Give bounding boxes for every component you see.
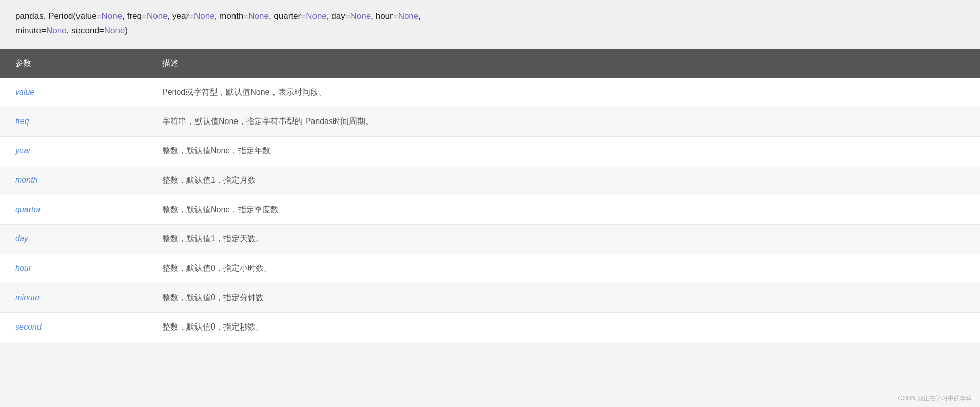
table-row: second整数，默认值0，指定秒数。 — [0, 312, 980, 342]
table-row: month整数，默认值1，指定月数 — [0, 166, 980, 195]
kw-none-month: None — [248, 11, 269, 21]
desc-cell: Period或字符型，默认值None，表示时间段。 — [147, 78, 980, 107]
kw-none-hour: None — [398, 11, 419, 21]
table-row: hour整数，默认值0，指定小时数。 — [0, 254, 980, 283]
param-cell: year — [0, 136, 147, 166]
desc-cell: 整数，默认值0，指定分钟数 — [147, 283, 980, 312]
kw-none-second: None — [104, 26, 125, 35]
table-row: valuePeriod或字符型，默认值None，表示时间段。 — [0, 78, 980, 107]
desc-cell: 整数，默认值0，指定秒数。 — [147, 312, 980, 342]
table-row: year整数，默认值None，指定年数 — [0, 136, 980, 166]
desc-cell: 整数，默认值None，指定年数 — [147, 136, 980, 166]
table-row: day整数，默认值1，指定天数。 — [0, 224, 980, 254]
desc-cell: 字符串，默认值None，指定字符串型的 Pandas时间周期。 — [147, 107, 980, 136]
footer-credit: CSDN @正在学习中的李斌 — [898, 394, 972, 403]
header-section: pandas. Period(value=None, freq=None, ye… — [0, 0, 980, 49]
col-header-param: 参数 — [0, 49, 147, 78]
header-line1: pandas. Period(value=None, freq=None, ye… — [15, 11, 421, 21]
param-cell: day — [0, 224, 147, 254]
kw-none-freq: None — [147, 11, 168, 21]
desc-cell: 整数，默认值1，指定天数。 — [147, 224, 980, 254]
kw-none-year: None — [194, 11, 215, 21]
header-line2: minute=None, second=None) — [15, 26, 128, 35]
table-row: freq字符串，默认值None，指定字符串型的 Pandas时间周期。 — [0, 107, 980, 136]
param-cell: second — [0, 312, 147, 342]
header-text: pandas. Period(value=None, freq=None, ye… — [15, 9, 965, 38]
param-cell: value — [0, 78, 147, 107]
param-cell: hour — [0, 254, 147, 283]
page-container: pandas. Period(value=None, freq=None, ye… — [0, 0, 980, 407]
desc-cell: 整数，默认值1，指定月数 — [147, 166, 980, 195]
kw-none-day: None — [350, 11, 371, 21]
table-header-row: 参数 描述 — [0, 49, 980, 78]
param-cell: month — [0, 166, 147, 195]
table-row: quarter整数，默认值None，指定季度数 — [0, 195, 980, 224]
table-container: 参数 描述 valuePeriod或字符型，默认值None，表示时间段。freq… — [0, 49, 980, 342]
col-header-desc: 描述 — [147, 49, 980, 78]
param-cell: minute — [0, 283, 147, 312]
param-cell: freq — [0, 107, 147, 136]
param-cell: quarter — [0, 195, 147, 224]
kw-none-quarter: None — [306, 11, 327, 21]
table-row: minute整数，默认值0，指定分钟数 — [0, 283, 980, 312]
params-table: 参数 描述 valuePeriod或字符型，默认值None，表示时间段。freq… — [0, 49, 980, 342]
kw-none-value: None — [102, 11, 123, 21]
desc-cell: 整数，默认值None，指定季度数 — [147, 195, 980, 224]
desc-cell: 整数，默认值0，指定小时数。 — [147, 254, 980, 283]
kw-none-minute: None — [46, 26, 67, 35]
